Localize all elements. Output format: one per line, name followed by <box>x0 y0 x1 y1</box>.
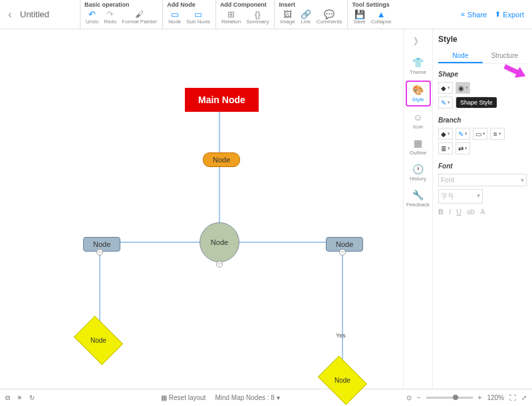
node-diamond-left[interactable]: Node <box>74 315 123 365</box>
fmt-u[interactable]: U <box>456 208 462 216</box>
zoom-value: 120% <box>487 394 504 401</box>
share-button[interactable]: ∝Share <box>460 10 487 19</box>
toolbar-save[interactable]: 💾Save <box>352 9 366 25</box>
shape-fill-button[interactable]: ◆ <box>438 82 453 94</box>
style-panel: Style Node Structure Shape ◆ ◉ Shape Sty… <box>432 29 532 389</box>
toolbar-format-painter[interactable]: 🖌Format Painter <box>120 9 158 25</box>
toolbar-summary[interactable]: {}Summary <box>245 9 270 25</box>
fit-icon[interactable]: ⊙ <box>406 394 412 401</box>
export-icon: ⬆ <box>495 10 501 19</box>
fmt-ab[interactable]: ab <box>467 208 475 216</box>
edge-label-yes: Yes <box>336 332 346 339</box>
toolbar-comments[interactable]: 💬Comments <box>315 9 344 25</box>
toolbar-link[interactable]: 🔗Link <box>299 9 313 25</box>
collapse-toggle[interactable]: − <box>96 249 103 256</box>
collapse-toggle[interactable]: − <box>339 249 346 256</box>
toolbar-image[interactable]: 🖼Image <box>279 9 296 25</box>
sidetab-theme[interactable]: 👕Theme <box>406 55 431 78</box>
reset-layout[interactable]: ▦ Reset layout <box>161 394 205 401</box>
collapse-toggle[interactable]: − <box>216 261 223 268</box>
toolbar-sub-node[interactable]: ▭Sub Node <box>185 9 211 25</box>
fmt-a[interactable]: A <box>480 208 485 216</box>
share-icon: ∝ <box>460 10 466 19</box>
font-size-select[interactable]: 字号 ▾ <box>438 189 483 204</box>
export-button[interactable]: ⬆Export <box>495 10 524 19</box>
branch-lines[interactable]: ≡ <box>490 128 505 140</box>
shape-style-button[interactable]: ◉ Shape Style <box>456 82 470 94</box>
zoom-out[interactable]: − <box>417 394 421 401</box>
canvas[interactable]: Main Node Node Node Node Node Node Node … <box>0 29 403 389</box>
node-count: Mind Map Nodes : 8 ▾ <box>215 394 279 401</box>
branch-shape[interactable]: ▭ <box>473 128 487 140</box>
toolbar-node[interactable]: ▭Node <box>167 9 182 25</box>
sidetab-collapse[interactable]: 》 <box>406 33 431 52</box>
shape-border-color[interactable]: ✎ <box>438 97 453 108</box>
doc-title[interactable]: Untitled <box>20 9 80 19</box>
toolbar-collapse[interactable]: ▲Collapse <box>370 9 393 25</box>
toolbar-redo[interactable]: ↷Redo <box>102 9 118 25</box>
expand-icon[interactable]: ⤢ <box>521 394 527 401</box>
main-node[interactable]: Main Node <box>185 88 259 112</box>
sidetab-history[interactable]: 🕐History <box>406 161 431 184</box>
back-button[interactable]: ‹ <box>0 9 20 21</box>
panel-title: Style <box>438 35 527 44</box>
sidetab-style[interactable]: 🎨Style <box>406 81 431 106</box>
node-circle[interactable]: Node <box>200 222 239 262</box>
toolbar-relation[interactable]: ⊞Relation <box>220 9 242 25</box>
node-rect[interactable]: Node <box>203 152 240 167</box>
sidetab-icon[interactable]: ☺Icon <box>406 109 431 132</box>
tab-node[interactable]: Node <box>438 49 483 63</box>
sb-icon[interactable]: ↻ <box>29 394 35 402</box>
sidetab-feedback[interactable]: 🔧Feedback <box>406 187 431 210</box>
sidetab-outline[interactable]: ▦Outline <box>406 135 431 158</box>
toolbar-undo[interactable]: ↶Undo <box>84 9 100 25</box>
branch-fill[interactable]: ◆ <box>438 128 453 140</box>
zoom-in[interactable]: + <box>478 394 482 401</box>
font-family-select[interactable]: Font ▾ <box>438 174 527 186</box>
branch-style2[interactable]: ⇄ <box>456 142 470 154</box>
zoom-slider[interactable] <box>426 397 473 399</box>
tooltip: Shape Style <box>456 97 497 108</box>
branch-pen[interactable]: ✎ <box>456 128 470 140</box>
fullscreen-icon[interactable]: ⛶ <box>509 394 516 401</box>
font-section-title: Font <box>438 162 527 170</box>
fmt-i[interactable]: I <box>449 208 451 216</box>
branch-style1[interactable]: ≣ <box>438 142 453 154</box>
fmt-b[interactable]: B <box>438 208 444 216</box>
sb-icon[interactable]: ☀ <box>17 394 23 402</box>
branch-section-title: Branch <box>438 116 527 124</box>
annotation-arrow <box>500 59 532 85</box>
sb-icon[interactable]: ⧉ <box>5 394 10 402</box>
